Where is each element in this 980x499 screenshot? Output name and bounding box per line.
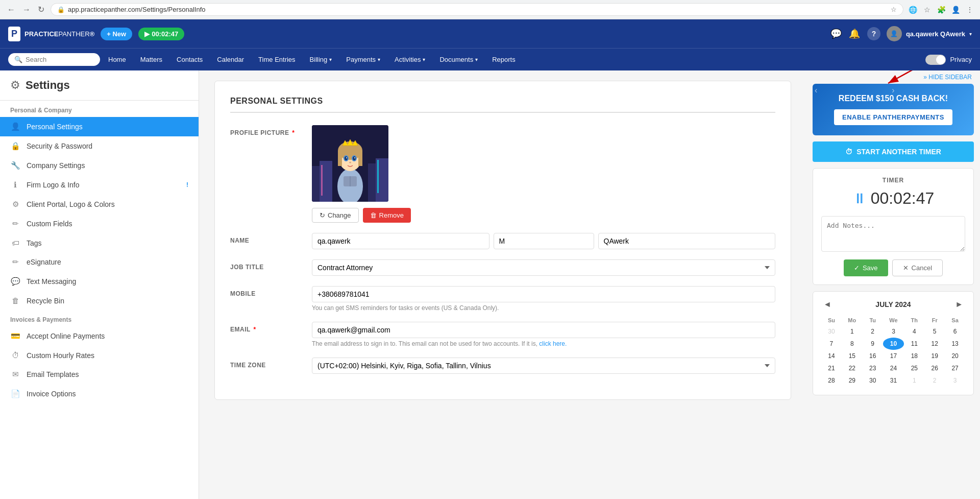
translate-icon[interactable]: 🌐 (908, 5, 918, 15)
calendar-day[interactable]: 24 (883, 362, 904, 374)
sidebar-item-company-settings[interactable]: 🔧 Company Settings (0, 156, 199, 175)
menu-calendar[interactable]: Calendar (210, 52, 251, 67)
new-button[interactable]: + New (101, 28, 132, 40)
start-another-timer-button[interactable]: ⏱ START ANOTHER TIMER (813, 141, 974, 162)
job-title-select[interactable]: Contract Attorney (312, 259, 775, 276)
sidebar-item-custom-fields[interactable]: ✏ Custom Fields (0, 214, 199, 233)
click-here-link[interactable]: click here. (539, 340, 567, 347)
calendar-day[interactable]: 22 (842, 362, 863, 374)
menu-reports[interactable]: Reports (485, 52, 523, 67)
forward-button[interactable]: → (20, 4, 33, 15)
menu-payments[interactable]: Payments ▾ (339, 52, 387, 67)
email-input[interactable] (312, 322, 775, 338)
first-name-input[interactable] (312, 233, 489, 249)
help-icon[interactable]: ? (867, 27, 880, 40)
calendar-day[interactable]: 20 (945, 350, 965, 362)
sidebar-item-personal-settings[interactable]: 👤 Personal Settings (0, 117, 199, 136)
calendar-day[interactable]: 15 (842, 350, 863, 362)
change-button[interactable]: ↻ Change (312, 208, 359, 223)
bell-icon[interactable]: 🔔 (849, 28, 860, 39)
calendar-day[interactable]: 14 (821, 350, 842, 362)
menu-time-entries[interactable]: Time Entries (251, 52, 302, 67)
calendar-day[interactable]: 18 (904, 350, 924, 362)
menu-icon[interactable]: ⋮ (965, 5, 975, 15)
hide-sidebar-link[interactable]: HIDE SIDEBAR (806, 70, 980, 84)
calendar-day[interactable]: 2 (924, 374, 945, 387)
calendar-day[interactable]: 3 (945, 374, 965, 387)
calendar-day[interactable]: 6 (945, 325, 965, 338)
sidebar-item-email-templates[interactable]: ✉ Email Templates (0, 365, 199, 384)
user-area[interactable]: 👤 qa.qawerk QAwerk ▾ (887, 26, 972, 41)
calendar-day[interactable]: 12 (924, 338, 945, 350)
calendar-day[interactable]: 4 (904, 325, 924, 338)
logo-area[interactable]: P PRACTICEPANTHER® (8, 27, 94, 41)
sidebar-item-custom-hourly-rates[interactable]: ⏱ Custom Hourly Rates (0, 346, 199, 365)
sidebar-item-accept-online-payments[interactable]: 💳 Accept Online Payments (0, 326, 199, 346)
calendar-day[interactable]: 1 (904, 374, 924, 387)
calendar-day[interactable]: 21 (821, 362, 842, 374)
calendar-day[interactable]: 17 (883, 350, 904, 362)
calendar-day[interactable]: 16 (863, 350, 883, 362)
remove-button[interactable]: 🗑 Remove (363, 208, 411, 223)
sidebar-item-security-password[interactable]: 🔒 Security & Password (0, 136, 199, 156)
calendar-day[interactable]: 7 (821, 338, 842, 350)
chat-icon[interactable]: 💬 (830, 28, 842, 39)
calendar-day[interactable]: 29 (842, 374, 863, 387)
menu-contacts[interactable]: Contacts (169, 52, 210, 67)
menu-billing[interactable]: Billing ▾ (303, 52, 339, 67)
calendar-day[interactable]: 13 (945, 338, 965, 350)
sidebar-item-recycle-bin[interactable]: 🗑 Recycle Bin (0, 291, 199, 310)
timer-cancel-button[interactable]: ✕ Cancel (892, 259, 943, 276)
last-name-input[interactable] (598, 233, 776, 249)
calendar-day[interactable]: 10 (883, 338, 904, 350)
search-input[interactable] (26, 56, 97, 63)
calendar-day[interactable]: 8 (842, 338, 863, 350)
sidebar-item-client-portal[interactable]: ⚙ Client Portal, Logo & Colors (0, 195, 199, 214)
menu-documents[interactable]: Documents ▾ (432, 52, 485, 67)
sidebar-item-tags[interactable]: 🏷 Tags (0, 233, 199, 252)
extension-icon[interactable]: 🧩 (936, 5, 946, 15)
pause-icon[interactable]: ⏸ (852, 190, 867, 207)
calendar-day[interactable]: 28 (821, 374, 842, 387)
calendar-day[interactable]: 1 (842, 325, 863, 338)
calendar-next-button[interactable]: ► (953, 300, 965, 309)
calendar-day[interactable]: 25 (904, 362, 924, 374)
timer-save-button[interactable]: ✓ Save (844, 259, 888, 276)
middle-name-input[interactable] (494, 233, 594, 249)
menu-matters[interactable]: Matters (133, 52, 169, 67)
calendar-day[interactable]: 5 (924, 325, 945, 338)
sidebar-item-esignature[interactable]: ✏ eSignature (0, 252, 199, 272)
privacy-switch[interactable] (925, 55, 946, 65)
sidebar-tags-label: Tags (27, 239, 188, 247)
calendar-day[interactable]: 3 (883, 325, 904, 338)
enable-pantherpayments-button[interactable]: ENABLE PANTHERPAYMENTS (834, 109, 952, 125)
calendar-day[interactable]: 2 (863, 325, 883, 338)
calendar-day[interactable]: 19 (924, 350, 945, 362)
sidebar-item-invoice-options[interactable]: 📄 Invoice Options (0, 384, 199, 403)
back-button[interactable]: ← (5, 4, 17, 15)
address-bar[interactable]: 🔒 app.practicepanther.com/Settings/Perso… (51, 3, 903, 16)
search-box[interactable]: 🔍 (8, 53, 100, 66)
calendar-day[interactable]: 26 (924, 362, 945, 374)
calendar-day[interactable]: 30 (821, 325, 842, 338)
mobile-input[interactable] (312, 286, 775, 302)
timer-button[interactable]: ▶ 00:02:47 (138, 28, 184, 40)
menu-home[interactable]: Home (101, 52, 133, 67)
bookmark-icon[interactable]: ☆ (922, 5, 932, 15)
calendar-day[interactable]: 27 (945, 362, 965, 374)
timer-notes-input[interactable] (821, 216, 965, 252)
calendar-day[interactable]: 9 (863, 338, 883, 350)
clock-icon: ⏱ (10, 351, 20, 360)
calendar-day[interactable]: 23 (863, 362, 883, 374)
sidebar-item-firm-logo[interactable]: ℹ Firm Logo & Info ! (0, 175, 199, 195)
refresh-button[interactable]: ↻ (36, 4, 46, 15)
calendar-prev-button[interactable]: ◄ (821, 300, 834, 309)
calendar-day[interactable]: 11 (904, 338, 924, 350)
timezone-select[interactable]: (UTC+02:00) Helsinki, Kyiv, Riga, Sofia,… (312, 358, 775, 374)
calendar-day[interactable]: 30 (863, 374, 883, 387)
calendar-day[interactable]: 31 (883, 374, 904, 387)
profile-icon[interactable]: 👤 (950, 5, 961, 15)
menu-activities[interactable]: Activities ▾ (387, 52, 432, 67)
promo-next-icon[interactable]: › (815, 86, 972, 95)
sidebar-item-text-messaging[interactable]: 💬 Text Messaging (0, 272, 199, 291)
